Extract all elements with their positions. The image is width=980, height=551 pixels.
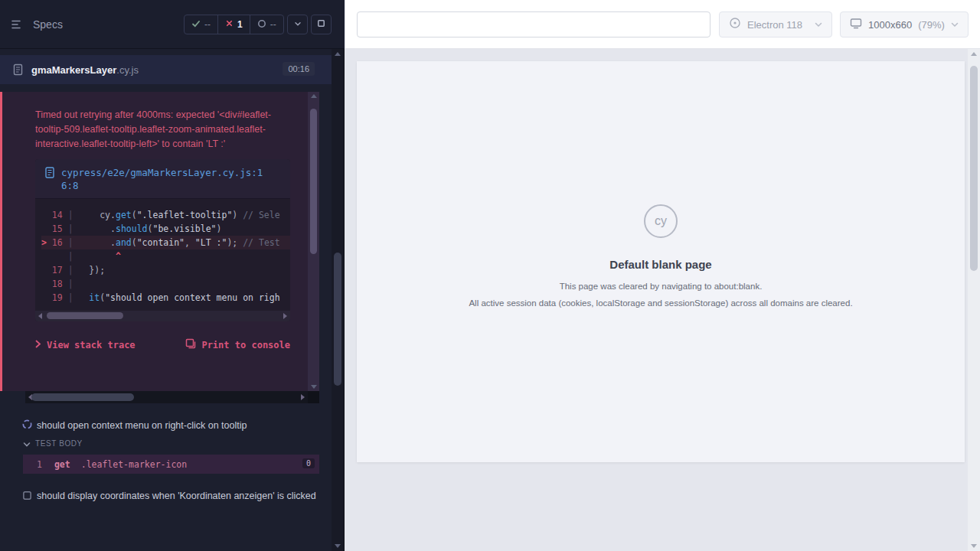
stat-failed: 1 bbox=[218, 15, 250, 34]
stat-pending: -- bbox=[250, 15, 283, 34]
browser-label: Electron 118 bbox=[747, 19, 802, 31]
error-v-scrollbar[interactable] bbox=[308, 92, 319, 391]
collapse-reporter-button[interactable] bbox=[287, 15, 308, 34]
scroll-right-arrow[interactable] bbox=[301, 394, 305, 400]
chevron-down-icon bbox=[293, 18, 302, 31]
code-line: 19 | it("should open context menu on rig… bbox=[41, 291, 290, 305]
scroll-up-arrow[interactable] bbox=[335, 52, 341, 56]
scroll-down-arrow[interactable] bbox=[971, 544, 977, 548]
scroll-right-arrow[interactable] bbox=[283, 313, 287, 319]
scroll-thumb[interactable] bbox=[47, 312, 123, 319]
command-message: .leaflet-marker-icon bbox=[81, 459, 187, 470]
electron-icon bbox=[729, 17, 741, 32]
scroll-thumb[interactable] bbox=[310, 109, 317, 254]
test-error-region: Timed out retrying after 4000ms: expecte… bbox=[0, 92, 319, 391]
blank-page-line1: This page was cleared by navigating to a… bbox=[560, 280, 763, 292]
code-line: 15 | .should("be.visible") bbox=[41, 222, 290, 236]
stat-passed: -- bbox=[185, 15, 218, 34]
error-links-row: View stack trace Print to console bbox=[35, 338, 290, 351]
spec-header[interactable]: gmaMarkersLayer.cy.js 00:16 bbox=[0, 55, 332, 84]
test-body-label: TEST BODY bbox=[35, 439, 83, 448]
test-body-header[interactable]: TEST BODY bbox=[0, 438, 332, 452]
code-line: | ^ bbox=[41, 249, 290, 263]
specs-title: Specs bbox=[33, 18, 63, 31]
code-line: > 16 | .and("contain", "LT :"); // Test bbox=[41, 236, 290, 249]
chevron-down-icon bbox=[23, 442, 31, 448]
reporter-header: Specs -- 1 -- bbox=[0, 0, 345, 49]
spec-file-icon bbox=[12, 64, 24, 76]
spec-name: gmaMarkersLayer.cy.js bbox=[31, 64, 139, 76]
stop-button[interactable] bbox=[311, 15, 332, 34]
reporter-h-scrollbar[interactable] bbox=[25, 391, 308, 403]
scroll-down-arrow[interactable] bbox=[335, 544, 341, 548]
viewport-monitor-icon bbox=[850, 18, 862, 32]
test-item-queued[interactable]: should display coordinates when 'Koordin… bbox=[0, 487, 332, 518]
scroll-left-arrow[interactable] bbox=[38, 313, 42, 319]
cypress-app: Specs -- 1 -- bbox=[0, 0, 980, 551]
code-lines: 14 | cy.get(".leaflet-tooltip") // Sele … bbox=[35, 199, 290, 311]
code-line: 17 | }); bbox=[41, 263, 290, 277]
viewport-select[interactable]: 1000x660 (79%) bbox=[840, 11, 969, 37]
command-log-row[interactable]: 1 get .leaflet-marker-icon 0 bbox=[23, 455, 319, 474]
stop-icon bbox=[316, 18, 326, 31]
command-method: get bbox=[54, 459, 70, 470]
print-console-icon bbox=[185, 338, 196, 351]
running-spinner-icon bbox=[21, 419, 33, 430]
url-input[interactable] bbox=[357, 11, 710, 37]
blank-page-title: Default blank page bbox=[609, 258, 711, 271]
viewport-size: 1000x660 bbox=[868, 19, 912, 31]
scroll-thumb[interactable] bbox=[970, 66, 978, 271]
aut-iframe: cy Default blank page This page was clea… bbox=[357, 61, 965, 462]
reporter-v-scrollbar[interactable] bbox=[332, 49, 344, 551]
chevron-down-icon bbox=[815, 22, 822, 28]
command-number: 1 bbox=[37, 459, 42, 470]
viewport-scale: (79%) bbox=[918, 19, 945, 31]
view-stack-trace-link[interactable]: View stack trace bbox=[35, 340, 136, 350]
file-link-text: cypress/e2e/gmaMarkersLayer.cy.js:16:8 bbox=[61, 166, 270, 192]
reporter-sidebar: Specs -- 1 -- bbox=[0, 0, 345, 551]
cypress-logo: cy bbox=[644, 204, 678, 238]
command-badge: 0 bbox=[302, 458, 315, 468]
test-item-running[interactable]: should open context menu on right-click … bbox=[0, 416, 332, 434]
test-title: should display coordinates when 'Koordin… bbox=[37, 489, 322, 503]
scroll-thumb[interactable] bbox=[31, 393, 134, 401]
code-frame-file-link[interactable]: cypress/e2e/gmaMarkersLayer.cy.js:16:8 bbox=[35, 159, 290, 199]
scroll-up-arrow[interactable] bbox=[311, 94, 317, 98]
browser-select[interactable]: Electron 118 bbox=[719, 11, 832, 37]
code-line: 14 | cy.get(".leaflet-tooltip") // Sele bbox=[41, 208, 290, 222]
spec-timer: 00:16 bbox=[283, 62, 315, 76]
x-icon bbox=[225, 19, 234, 30]
aut-main-area: Electron 118 1000x660 (79%) cy Default b… bbox=[345, 0, 980, 551]
error-message: Timed out retrying after 4000ms: expecte… bbox=[2, 92, 308, 152]
main-v-scrollbar[interactable] bbox=[968, 49, 980, 551]
error-panel: Timed out retrying after 4000ms: expecte… bbox=[2, 92, 308, 391]
queued-icon bbox=[22, 491, 32, 500]
test-title: should open context menu on right-click … bbox=[37, 419, 324, 432]
code-h-scrollbar[interactable] bbox=[35, 311, 290, 321]
chevron-down-icon bbox=[951, 22, 959, 28]
code-frame: cypress/e2e/gmaMarkersLayer.cy.js:16:8 1… bbox=[35, 159, 290, 321]
scrollbar-corner bbox=[308, 391, 319, 403]
document-icon bbox=[44, 167, 55, 178]
chevron-right-icon bbox=[35, 340, 41, 350]
aut-stage: cy Default blank page This page was clea… bbox=[345, 49, 968, 551]
scroll-thumb[interactable] bbox=[334, 253, 341, 386]
print-to-console-link[interactable]: Print to console bbox=[185, 338, 290, 351]
spec-extension: .cy.js bbox=[116, 64, 139, 76]
code-line: 18 | bbox=[41, 277, 290, 291]
scroll-down-arrow[interactable] bbox=[311, 385, 317, 389]
scroll-up-arrow[interactable] bbox=[971, 52, 977, 56]
spec-stats: -- 1 -- bbox=[184, 15, 284, 34]
specs-menu-icon[interactable] bbox=[11, 19, 24, 30]
blank-page-line2: All active session data (cookies, localS… bbox=[469, 297, 852, 309]
aut-header: Electron 118 1000x660 (79%) bbox=[345, 0, 980, 49]
circle-icon bbox=[257, 19, 266, 31]
check-icon bbox=[191, 19, 201, 31]
